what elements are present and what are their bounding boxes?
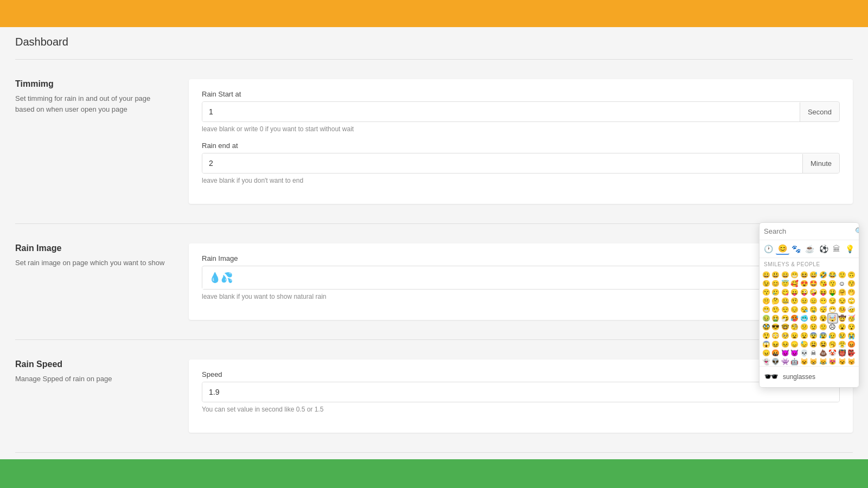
emoji-cell[interactable]: 😪 (800, 305, 808, 314)
emoji-cell[interactable]: 😬 (762, 305, 770, 314)
emoji-cell[interactable]: 😮 (838, 323, 846, 331)
emoji-cell[interactable]: 🤧 (781, 314, 789, 323)
emoji-cell[interactable]: 🤠 (838, 314, 846, 323)
emoji-cell[interactable]: 😗 (828, 279, 837, 288)
emoji-cell[interactable]: 🥸 (762, 323, 770, 331)
emoji-cell[interactable]: 😒 (838, 297, 846, 305)
emoji-cell[interactable]: 😛 (790, 288, 799, 297)
emoji-cell[interactable]: 🤓 (781, 323, 789, 331)
emoji-cell[interactable]: 😖 (771, 340, 780, 349)
emoji-cell[interactable]: 🥴 (809, 314, 818, 323)
emoji-cell[interactable]: 😁 (790, 271, 799, 279)
rain-start-input[interactable] (202, 102, 800, 121)
emoji-cell[interactable]: 😝 (819, 288, 827, 297)
tab-smileys[interactable]: 😊 (776, 243, 789, 255)
emoji-cell[interactable]: 😲 (762, 331, 770, 340)
emoji-cell[interactable]: 😧 (800, 331, 808, 340)
emoji-cell[interactable]: 😶 (819, 297, 827, 305)
emoji-cell[interactable]: 😳 (771, 331, 780, 340)
emoji-cell[interactable]: 😚 (847, 279, 856, 288)
emoji-cell[interactable]: 🤭 (847, 288, 856, 297)
emoji-cell[interactable]: 😄 (781, 271, 789, 279)
emoji-cell[interactable]: 😹 (819, 357, 827, 366)
emoji-cell[interactable]: 🥺 (781, 331, 789, 340)
emoji-cell[interactable]: 😦 (790, 331, 799, 340)
tab-food[interactable]: ☕ (803, 243, 816, 254)
emoji-cell[interactable]: 🤯 (828, 314, 837, 323)
tab-animals[interactable]: 🐾 (789, 243, 803, 254)
emoji-cell[interactable]: 😋 (781, 288, 789, 297)
emoji-cell[interactable]: 😺 (800, 357, 808, 366)
emoji-cell[interactable]: 🤒 (838, 305, 846, 314)
emoji-cell[interactable]: 🤬 (771, 349, 780, 357)
rain-speed-input[interactable] (202, 382, 839, 402)
emoji-cell[interactable]: 😏 (828, 297, 837, 305)
emoji-cell[interactable]: 😇 (781, 279, 789, 288)
emoji-cell[interactable]: 😼 (838, 357, 846, 366)
emoji-cell[interactable]: 🤨 (790, 297, 799, 305)
emoji-cell[interactable]: 😱 (762, 340, 770, 349)
emoji-cell[interactable]: 🤣 (819, 271, 827, 279)
emoji-cell[interactable]: 😑 (809, 297, 818, 305)
emoji-cell[interactable]: 🧐 (790, 323, 799, 331)
emoji-cell[interactable]: 😟 (809, 323, 818, 331)
emoji-cell[interactable]: 🤡 (828, 349, 837, 357)
emoji-cell[interactable]: 😓 (800, 340, 808, 349)
emoji-cell[interactable]: 😡 (847, 340, 856, 349)
emoji-cell[interactable]: 😴 (819, 305, 827, 314)
emoji-cell[interactable]: ☹ (828, 323, 837, 331)
emoji-cell[interactable]: 😙 (762, 288, 770, 297)
emoji-cell[interactable]: ☠ (809, 349, 818, 357)
emoji-cell[interactable]: 😎 (771, 323, 780, 331)
emoji-cell[interactable]: 🤕 (847, 305, 856, 314)
emoji-cell[interactable]: 😜 (800, 288, 808, 297)
emoji-cell[interactable]: 😨 (809, 331, 818, 340)
emoji-cell[interactable]: 😫 (819, 340, 827, 349)
emoji-cell[interactable]: 😞 (790, 340, 799, 349)
emoji-cell[interactable]: 🤑 (828, 288, 837, 297)
emoji-cell[interactable]: 😅 (809, 271, 818, 279)
emoji-cell[interactable]: ☺ (838, 279, 846, 288)
emoji-cell[interactable]: 🥵 (790, 314, 799, 323)
emoji-cell[interactable]: 🙃 (847, 271, 856, 279)
tab-activity[interactable]: ⚽ (817, 243, 831, 254)
rain-end-input[interactable] (202, 153, 802, 173)
emoji-cell[interactable]: 😐 (800, 297, 808, 305)
emoji-cell[interactable]: 😷 (828, 305, 837, 314)
emoji-cell[interactable]: 😈 (781, 349, 789, 357)
emoji-cell[interactable]: 🤖 (790, 357, 799, 366)
emoji-cell[interactable]: 👻 (762, 357, 770, 366)
emoji-cell[interactable]: 😯 (847, 323, 856, 331)
tab-objects[interactable]: 💡 (843, 243, 857, 254)
emoji-cell[interactable]: 😢 (838, 331, 846, 340)
emoji-cell[interactable]: 😰 (819, 331, 827, 340)
emoji-cell[interactable]: 👽 (771, 357, 780, 366)
emoji-cell[interactable]: 🙄 (847, 297, 856, 305)
emoji-cell[interactable]: 🤫 (762, 297, 770, 305)
emoji-cell[interactable]: 🥰 (790, 279, 799, 288)
emoji-cell[interactable]: 😉 (762, 279, 770, 288)
emoji-cell[interactable]: 😃 (771, 271, 780, 279)
emoji-cell[interactable]: 🙁 (819, 323, 827, 331)
emoji-cell[interactable]: 😌 (781, 305, 789, 314)
emoji-cell[interactable]: 🙂 (838, 271, 846, 279)
emoji-cell[interactable]: 👹 (838, 349, 846, 357)
emoji-cell[interactable]: 😘 (819, 279, 827, 288)
emoji-cell[interactable]: 🤐 (781, 297, 789, 305)
emoji-cell[interactable]: 🥳 (847, 314, 856, 323)
emoji-search-input[interactable] (764, 227, 855, 235)
emoji-cell[interactable]: 🤩 (809, 279, 818, 288)
emoji-cell[interactable]: 🤢 (762, 314, 770, 323)
emoji-cell[interactable]: 👺 (847, 349, 856, 357)
emoji-cell[interactable]: 😠 (762, 349, 770, 357)
emoji-cell[interactable]: 🤮 (771, 314, 780, 323)
emoji-cell[interactable]: 👿 (790, 349, 799, 357)
emoji-cell[interactable]: 😊 (771, 279, 780, 288)
emoji-cell[interactable]: 💩 (819, 349, 827, 357)
emoji-cell[interactable]: 😥 (828, 331, 837, 340)
emoji-cell[interactable]: 😭 (847, 331, 856, 340)
emoji-cell[interactable]: 😍 (800, 279, 808, 288)
emoji-cell[interactable]: 🥲 (771, 288, 780, 297)
emoji-cell[interactable]: 😽 (847, 357, 856, 366)
rain-image-input[interactable] (202, 267, 814, 289)
